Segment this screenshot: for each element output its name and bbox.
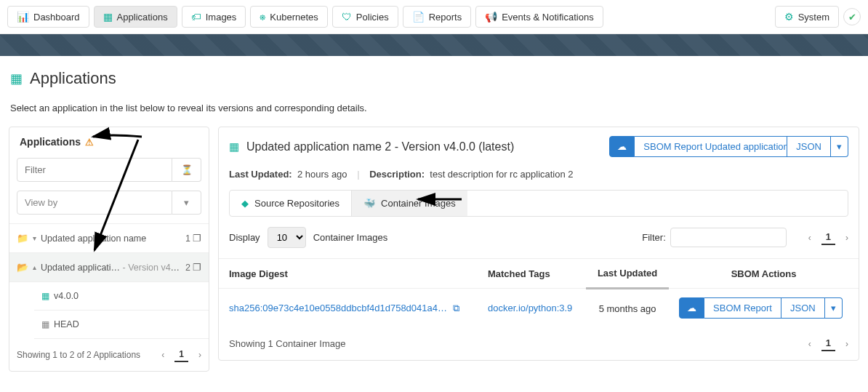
image-digest-link[interactable]: sha256:09e73c4e10e0558ddbcbf4d1d758d041a… bbox=[229, 303, 447, 313]
tree-row-app-2-count: 2❐ bbox=[185, 262, 201, 273]
grid-icon: ▦ bbox=[103, 11, 113, 23]
tree-row-app-1[interactable]: 📁 ▾ Updated application name 1❐ bbox=[9, 224, 209, 253]
page-subtitle: Select an application in the list below … bbox=[0, 95, 868, 127]
detail-footer-text: Showing 1 Container Image bbox=[229, 338, 345, 349]
table-pager-bottom: ‹ 1 › bbox=[808, 336, 848, 351]
tree-child-v400[interactable]: ▦ v4.0.0 bbox=[34, 282, 209, 311]
detail-panel: ▦ Updated application name 2 - Version v… bbox=[218, 127, 859, 361]
cell-sbom-actions: ☁ SBOM Report JSON ▾ bbox=[669, 289, 859, 328]
last-updated-label: Last Updated: bbox=[229, 169, 292, 180]
col-sbom-actions[interactable]: SBOM Actions bbox=[669, 259, 859, 289]
nav-system-label: System bbox=[798, 12, 829, 23]
filter-input[interactable] bbox=[17, 158, 172, 182]
display-label: Display bbox=[229, 232, 260, 243]
table-filter-label: Filter: bbox=[642, 232, 666, 243]
tab-source-repositories-label: Source Repositories bbox=[254, 198, 339, 209]
shield-icon: 🛡 bbox=[342, 11, 352, 23]
nav-applications[interactable]: ▦Applications bbox=[94, 6, 177, 28]
folder-open-icon: 📂 bbox=[17, 262, 28, 273]
applications-tree: 📁 ▾ Updated application name 1❐ 📂 ▴ Upda… bbox=[9, 223, 209, 339]
pager-prev[interactable]: ‹ bbox=[161, 350, 164, 360]
nav-system[interactable]: ⚙System bbox=[775, 6, 839, 28]
nav-policies[interactable]: 🛡Policies bbox=[332, 6, 398, 28]
matched-tag-link[interactable]: docker.io/python:3.9 bbox=[488, 303, 572, 313]
table-pager-bottom-prev[interactable]: ‹ bbox=[808, 339, 811, 349]
description-label: Description: bbox=[369, 169, 425, 180]
viewby-caret-button[interactable]: ▾ bbox=[172, 191, 201, 215]
table-row: sha256:09e73c4e10e0558ddbcbf4d1d758d041a… bbox=[219, 289, 859, 328]
table-pager-bottom-next[interactable]: › bbox=[845, 339, 848, 349]
gear-icon: ⚙ bbox=[784, 11, 794, 23]
tag-icon: 🏷 bbox=[191, 11, 201, 23]
sbom-format-caret[interactable]: ▾ bbox=[831, 136, 848, 157]
filter-icon: ⏳ bbox=[181, 164, 193, 175]
nav-dashboard-label: Dashboard bbox=[33, 12, 80, 23]
pager-next[interactable]: › bbox=[198, 350, 201, 360]
caret-down-icon: ▾ bbox=[831, 303, 836, 313]
table-filter-input[interactable] bbox=[670, 228, 787, 247]
table-pager-page: 1 bbox=[821, 230, 835, 245]
sbom-report-button[interactable]: SBOM Report Updated application name… bbox=[635, 136, 787, 157]
warning-icon[interactable]: ⚠ bbox=[85, 137, 94, 148]
detail-tabs: ◆ Source Repositories 🐳 Container Images bbox=[229, 190, 848, 217]
col-image-digest[interactable]: Image Digest bbox=[219, 259, 478, 289]
cell-last-updated: 5 months ago bbox=[586, 289, 669, 328]
copy-stack-icon: ❐ bbox=[193, 262, 201, 273]
table-toolbar: Display 10 Container Images Filter: ‹ 1 … bbox=[219, 217, 859, 258]
nav-events[interactable]: 📢Events & Notifications bbox=[475, 6, 603, 28]
tab-container-images-label: Container Images bbox=[381, 198, 456, 209]
applications-panel-heading: Applications ⚠ bbox=[9, 127, 209, 153]
viewby-select-group: View by ▾ bbox=[17, 191, 201, 215]
applications-panel: Applications ⚠ ⏳ View by ▾ 📁 ▾ Updated a… bbox=[9, 127, 209, 372]
sbom-json-button[interactable]: JSON bbox=[787, 136, 831, 157]
tree-child-head[interactable]: ▦ HEAD bbox=[34, 311, 209, 339]
tree-row-app-2-name: Updated applicati… - Version v4.0.0 bbox=[41, 263, 181, 273]
tree-child-v400-label: v4.0.0 bbox=[54, 291, 79, 301]
table-pager-next[interactable]: › bbox=[845, 233, 848, 243]
viewby-select[interactable]: View by bbox=[17, 191, 172, 215]
row-sbom-download-icon-button[interactable]: ☁ bbox=[679, 297, 704, 319]
applications-grid-icon: ▦ bbox=[10, 71, 23, 87]
nav-kubernetes[interactable]: ⎈Kubernetes bbox=[250, 6, 328, 28]
filter-icon-button[interactable]: ⏳ bbox=[172, 158, 201, 182]
col-last-updated[interactable]: Last Updated bbox=[586, 259, 669, 289]
filter-input-group: ⏳ bbox=[17, 158, 201, 182]
status-indicator-ok[interactable]: ✔ bbox=[843, 8, 861, 25]
tab-source-repositories[interactable]: ◆ Source Repositories bbox=[230, 191, 351, 216]
copy-icon[interactable]: ⧉ bbox=[453, 303, 459, 313]
cloud-download-icon: ☁ bbox=[617, 141, 627, 152]
tree-row-app-1-count: 1❐ bbox=[185, 233, 201, 244]
gauge-icon: 📊 bbox=[17, 11, 29, 23]
main-layout: Applications ⚠ ⏳ View by ▾ 📁 ▾ Updated a… bbox=[0, 127, 868, 386]
nav-dashboard[interactable]: 📊Dashboard bbox=[7, 6, 89, 28]
chevron-down-icon: ▾ bbox=[33, 234, 36, 242]
sbom-download-icon-button[interactable]: ☁ bbox=[609, 136, 635, 157]
detail-meta: Last Updated: 2 hours ago | Description:… bbox=[219, 166, 859, 190]
tree-row-app-2[interactable]: 📂 ▴ Updated applicati… - Version v4.0.0 … bbox=[9, 253, 209, 282]
docker-icon: 🐳 bbox=[363, 198, 375, 209]
description-value: test description for rc application 2 bbox=[430, 169, 573, 180]
container-images-table: Image Digest Matched Tags Last Updated S… bbox=[219, 258, 859, 327]
diamond-icon: ◆ bbox=[241, 198, 249, 209]
row-sbom-caret[interactable]: ▾ bbox=[825, 297, 843, 319]
table-pager-prev[interactable]: ‹ bbox=[808, 233, 811, 243]
nav-reports[interactable]: 📄Reports bbox=[403, 6, 472, 28]
detail-header: ▦ Updated application name 2 - Version v… bbox=[219, 127, 859, 166]
row-sbom-report-button[interactable]: SBOM Report bbox=[704, 297, 781, 319]
tab-container-images[interactable]: 🐳 Container Images bbox=[351, 191, 467, 216]
page-title: Applications bbox=[30, 69, 116, 88]
cloud-download-icon: ☁ bbox=[687, 303, 696, 313]
display-count-select[interactable]: 10 bbox=[268, 227, 306, 248]
table-pager-top: ‹ 1 › bbox=[808, 230, 848, 245]
row-sbom-json-button[interactable]: JSON bbox=[781, 297, 825, 319]
cell-matched-tag: docker.io/python:3.9 bbox=[478, 289, 586, 328]
applications-panel-footer: Showing 1 to 2 of 2 Applications ‹ 1 › bbox=[9, 339, 209, 371]
caret-down-icon: ▾ bbox=[837, 141, 842, 152]
sbom-report-button-group: ☁ SBOM Report Updated application name… … bbox=[609, 136, 848, 157]
nav-images[interactable]: 🏷Images bbox=[182, 6, 246, 28]
top-nav: 📊Dashboard ▦Applications 🏷Images ⎈Kubern… bbox=[0, 0, 868, 34]
detail-title: Updated application name 2 - Version v4.… bbox=[246, 140, 602, 153]
col-matched-tags[interactable]: Matched Tags bbox=[478, 259, 586, 289]
nav-applications-label: Applications bbox=[117, 12, 168, 23]
pager-page: 1 bbox=[174, 348, 188, 362]
